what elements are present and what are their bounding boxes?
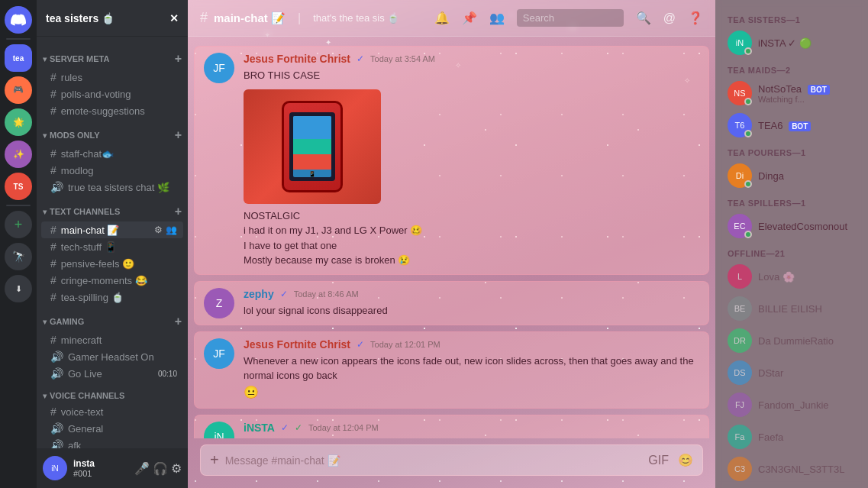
sidebar-content: ▾ Server Meta + # rules # polls-and-voti… [37, 37, 188, 448]
svg-text:🎮: 🎮 [13, 84, 24, 95]
members-section-title-2: tea maids—2 [721, 60, 862, 78]
category-add-button[interactable]: + [175, 205, 182, 218]
verified-badge-3: ✓ [357, 339, 364, 350]
category-label: Text Channels [50, 207, 120, 216]
category-add-button[interactable]: + [175, 315, 182, 328]
message-author-1: Jesus Fortnite Christ [244, 53, 350, 65]
member-item-dstar[interactable]: DS DStar [721, 357, 862, 388]
category-gaming[interactable]: ▾ Gaming + [37, 305, 188, 331]
chat-header: # main-chat 📝 | that's the tea sis 🍵 🔔 📌… [188, 0, 715, 37]
category-mods-only[interactable]: ▾ Mods Only + [37, 119, 188, 145]
channel-main-chat[interactable]: # main-chat 📝 ⚙ 👥 [41, 221, 183, 238]
channel-minecraft[interactable]: # minecraft [41, 331, 183, 348]
hash-icon: # [50, 164, 56, 176]
server-divider-2 [6, 205, 31, 206]
channel-polls-and-voting[interactable]: # polls-and-voting [41, 86, 183, 102]
bell-icon[interactable]: 🔔 [434, 11, 450, 25]
category-label: Voice Channels [50, 391, 124, 400]
member-item-notsotea[interactable]: NS NotSoTea BOT Watching f... [721, 78, 862, 108]
member-item-lova[interactable]: L Lova 🌸 [721, 261, 862, 292]
channel-afk[interactable]: 🔊 afk [41, 437, 183, 448]
settings-button[interactable]: ⚙ [171, 461, 182, 476]
channel-hash: # [200, 10, 208, 26]
server-icon-3[interactable]: 🌟 [5, 108, 32, 136]
message-group-4: iN iNSTA ✓ ✓ Today at 12:04 PM 😐 [194, 415, 709, 439]
member-status-notsotea [744, 98, 752, 105]
member-item-dinga[interactable]: Di Dinga [721, 160, 862, 191]
pin-icon[interactable]: 📌 [462, 11, 477, 25]
member-name-lova: Lova 🌸 [758, 271, 856, 283]
chat-input-area: + GIF 😊 [188, 438, 715, 488]
channel-voice-text[interactable]: # voice-text [41, 403, 183, 420]
message-avatar-4: iN [204, 422, 234, 439]
member-item-c3n3gnl[interactable]: C3 C3N3GNL_S3TT3L [721, 454, 862, 484]
channel-members-icon[interactable]: 👥 [166, 225, 177, 235]
channel-go-live[interactable]: 🔊 Go Live 00:10 [41, 365, 183, 382]
member-info-lova: Lova 🌸 [758, 271, 856, 283]
deafen-button[interactable]: 🎧 [153, 461, 168, 476]
hash-icon: # [50, 334, 56, 346]
channel-cringe-moments[interactable]: # cringe-moments 😂 [41, 272, 183, 289]
member-item-faefa[interactable]: Fa Faefa [721, 422, 862, 452]
hash-icon: # [50, 274, 56, 286]
channel-emote-suggestions[interactable]: # emote-suggestions [41, 102, 183, 119]
channel-general[interactable]: 🔊 General [41, 420, 183, 437]
server-icon-5[interactable]: TS [5, 173, 32, 200]
member-item-dummieratio[interactable]: DR Da DummieRatio [721, 325, 862, 356]
server-header[interactable]: tea sisters 🍵 ✕ [37, 0, 188, 37]
channel-tea-spilling[interactable]: # tea-spilling 🍵 [41, 289, 183, 305]
server-dropdown-icon[interactable]: ✕ [169, 12, 179, 24]
category-server-meta[interactable]: ▾ Server Meta + [37, 43, 188, 69]
message-input[interactable] [225, 454, 643, 467]
channel-true-tea-sisters[interactable]: 🔊 true tea sisters chat 🌿 [41, 179, 183, 196]
category-voice-channels[interactable]: ▾ Voice Channels [37, 382, 188, 403]
emoji-button[interactable]: 😊 [678, 453, 693, 467]
category-label: Mods Only [50, 131, 100, 140]
member-item-fandom[interactable]: FJ Fandom_Junkie [721, 389, 862, 420]
channel-pensive-feels[interactable]: # pensive-feels 🙂 [41, 255, 183, 272]
chat-input-actions: GIF 😊 [648, 453, 693, 467]
mute-button[interactable]: 🎤 [134, 461, 150, 476]
main-chat-area: ✦ ✧ ✦ ✧ ✦ ✧ ✦ ✦ ✧ # main-chat 📝 | that's… [188, 0, 715, 488]
search-input[interactable] [517, 9, 624, 27]
channel-modlog[interactable]: # modlog [41, 162, 183, 179]
category-add-button[interactable]: + [175, 52, 182, 66]
member-name-notsotea: NotSoTea BOT [758, 83, 856, 95]
member-item-billie[interactable]: BE BILLIE EILISH [721, 293, 862, 324]
channel-gamer-headset[interactable]: 🔊 Gamer Headset On [41, 348, 183, 365]
explore-button[interactable]: 🔭 [5, 243, 32, 270]
member-name-faefa: Faefa [758, 431, 856, 443]
member-name-elevated: ElevatedCosmonout [758, 221, 856, 232]
message-text-2: lol your signal icons disappeared [244, 303, 699, 318]
channel-tech-stuff[interactable]: # tech-stuff 📱 [41, 238, 183, 255]
members-section-title-3: tea pourers—1 [721, 142, 862, 160]
category-add-button[interactable]: + [175, 128, 182, 142]
at-icon[interactable]: @ [663, 11, 676, 25]
attachment-button[interactable]: + [210, 451, 219, 469]
add-server-button[interactable]: + [5, 211, 32, 238]
search-icon[interactable]: 🔍 [636, 11, 651, 25]
member-avatar-notsotea: NS [728, 81, 752, 105]
server-icon-2[interactable]: 🎮 [5, 76, 32, 104]
member-item-insta[interactable]: iN iNSTA ✓ 🟢 [721, 27, 862, 58]
member-item-tea6[interactable]: T6 TEA6 BOT [721, 110, 862, 141]
question-icon[interactable]: ❓ [688, 11, 703, 25]
member-info-billie: BILLIE EILISH [758, 303, 856, 315]
channel-staff-chat[interactable]: # staff-chat🐟 [41, 145, 183, 162]
discord-logo[interactable] [5, 6, 32, 34]
channel-settings-icon[interactable]: ⚙ [154, 225, 163, 235]
message-group-2: Z zephy ✓ Today at 8:46 AM lol your sign… [194, 281, 709, 325]
members-icon[interactable]: 👥 [489, 11, 505, 25]
message-avatar-2: Z [204, 288, 234, 318]
channel-rules[interactable]: # rules [41, 69, 183, 86]
members-sidebar: tea sisters—1 iN iNSTA ✓ 🟢 tea maids—2 N… [715, 0, 868, 488]
download-button[interactable]: ⬇ [5, 275, 32, 302]
server-icon-4[interactable]: ✨ [5, 141, 32, 168]
category-text-channels[interactable]: ▾ Text Channels + [37, 196, 188, 221]
hash-icon: # [50, 291, 56, 303]
server-icon-tea-sisters[interactable]: tea [5, 44, 32, 72]
message-content-3: Jesus Fortnite Christ ✓ Today at 12:01 P… [244, 338, 699, 402]
member-item-elevated[interactable]: EC ElevatedCosmonout [721, 211, 862, 241]
voice-icon: 🔊 [50, 439, 63, 448]
gif-button[interactable]: GIF [648, 454, 669, 467]
